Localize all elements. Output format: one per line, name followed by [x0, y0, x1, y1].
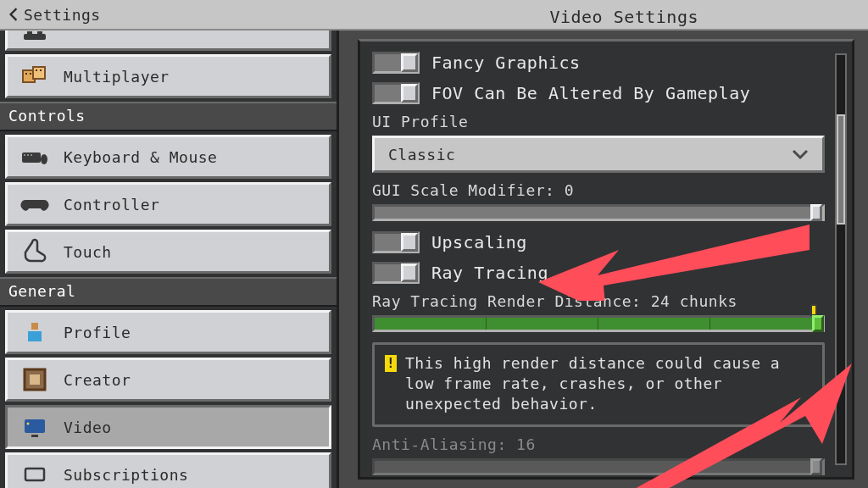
keyboard-mouse-icon	[19, 141, 50, 172]
svg-rect-2	[37, 31, 42, 35]
svg-rect-19	[31, 435, 38, 437]
svg-rect-8	[40, 69, 42, 71]
warning-marker-icon	[810, 304, 817, 316]
scrollbar-thumb[interactable]	[837, 114, 845, 225]
sidebar-section-controls: Controls	[0, 102, 337, 131]
gui-scale-label: GUI Scale Modifier: 0	[372, 181, 840, 199]
multiplayer-icon	[19, 61, 50, 92]
sidebar-item-label: Touch	[64, 243, 112, 261]
ui-profile-heading: UI Profile	[372, 113, 840, 130]
chevron-down-icon	[792, 148, 809, 160]
sidebar-item-subscriptions[interactable]: Subscriptions	[5, 452, 331, 488]
aa-label: Anti-Aliasing: 16	[372, 435, 840, 453]
slider-anti-aliasing[interactable]	[372, 458, 825, 475]
svg-rect-17	[30, 374, 40, 385]
touch-icon	[19, 236, 50, 267]
chevron-left-icon	[8, 8, 19, 21]
svg-rect-9	[22, 152, 41, 163]
sidebar-item-label: Controller	[64, 196, 159, 214]
sidebar-item-label: Subscriptions	[64, 466, 188, 484]
sidebar-item-multiplayer[interactable]: Multiplayer	[5, 54, 331, 98]
settings-panel: Fancy Graphics FOV Can Be Altered By Gam…	[339, 30, 868, 488]
back-button[interactable]: Settings	[0, 6, 101, 24]
controller-icon	[19, 189, 50, 219]
sidebar-item-label: Creator	[64, 371, 131, 389]
svg-rect-12	[31, 154, 32, 156]
sidebar-item-keyboard-mouse[interactable]: Keyboard & Mouse	[5, 135, 331, 179]
toggle-fancy-graphics[interactable]	[372, 52, 420, 74]
sidebar-section-general: General	[0, 277, 337, 307]
svg-rect-1	[27, 31, 32, 35]
ray-tracing-label: Ray Tracing	[431, 263, 548, 283]
sidebar-item-partial[interactable]	[5, 30, 331, 51]
sidebar-item-creator[interactable]: Creator	[5, 358, 331, 402]
svg-rect-14	[31, 323, 38, 330]
svg-rect-5	[25, 73, 27, 75]
sidebar-item-label: Multiplayer	[64, 68, 170, 86]
svg-rect-7	[36, 69, 37, 71]
header-bar: Settings Video Settings	[0, 0, 868, 30]
svg-rect-10	[24, 154, 25, 156]
fancy-graphics-label: Fancy Graphics	[431, 53, 581, 73]
page-title: Video Settings	[549, 7, 698, 27]
svg-rect-4	[33, 67, 45, 79]
back-label: Settings	[24, 6, 101, 24]
svg-rect-6	[30, 73, 31, 75]
subscriptions-icon	[19, 459, 50, 488]
toggle-fov-gameplay[interactable]	[372, 82, 420, 104]
dropdown-ui-profile[interactable]: Classic	[372, 136, 825, 173]
fov-label: FOV Can Be Altered By Gameplay	[431, 83, 750, 103]
sidebar-item-video[interactable]: Video	[5, 405, 331, 449]
svg-rect-15	[28, 331, 42, 341]
slider-rt-distance[interactable]	[372, 315, 825, 332]
creator-icon	[19, 364, 50, 395]
sidebar-item-profile[interactable]: Profile	[5, 310, 331, 354]
svg-rect-11	[27, 154, 29, 156]
toggle-ray-tracing[interactable]	[372, 262, 420, 284]
svg-rect-21	[25, 469, 44, 480]
sidebar-item-label: Profile	[64, 324, 131, 341]
warning-box: ! This high render distance could cause …	[372, 342, 825, 427]
video-icon	[19, 412, 50, 442]
scrollbar[interactable]	[835, 53, 847, 465]
svg-rect-0	[24, 34, 46, 40]
warning-text: This high render distance could cause a …	[405, 353, 812, 414]
profile-icon	[19, 317, 50, 347]
dropdown-value: Classic	[388, 146, 455, 164]
sidebar-item-touch[interactable]: Touch	[5, 230, 331, 274]
warning-icon: !	[385, 355, 397, 372]
sidebar-item-controller[interactable]: Controller	[5, 182, 331, 226]
sidebar-item-label: Keyboard & Mouse	[64, 148, 217, 166]
svg-point-13	[41, 154, 47, 164]
svg-point-20	[27, 423, 30, 425]
slider-gui-scale[interactable]	[372, 204, 825, 221]
sidebar-item-label: Video	[64, 419, 112, 436]
rt-distance-label: Ray Tracing Render Distance: 24 chunks	[372, 292, 840, 310]
sidebar: Multiplayer Controls Keyboard & Mouse Co…	[0, 30, 339, 488]
generic-icon	[19, 30, 50, 44]
upscaling-label: Upscaling	[431, 232, 527, 252]
svg-rect-18	[25, 419, 45, 433]
toggle-upscaling[interactable]	[372, 231, 420, 253]
